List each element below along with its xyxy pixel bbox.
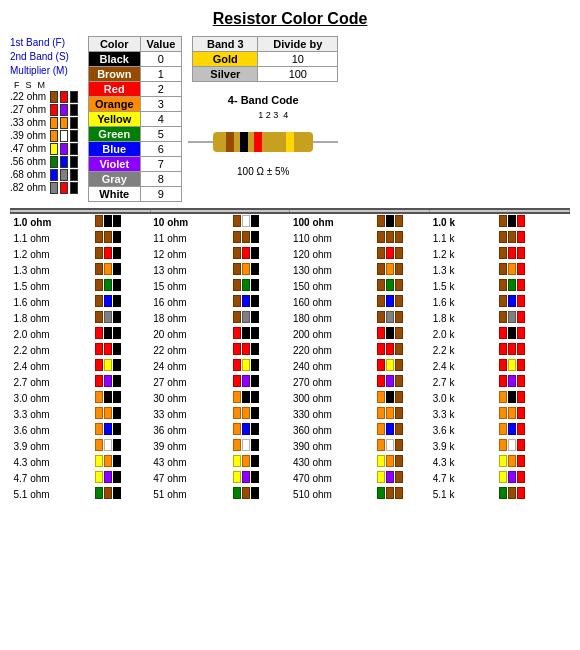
table-row: 2.0 ohm 20 ohm 200 ohm 2.0 k bbox=[11, 326, 570, 342]
color-cell: Red bbox=[89, 82, 141, 97]
bands1 bbox=[93, 486, 150, 502]
bands2 bbox=[231, 486, 290, 502]
val2: 11 ohm bbox=[150, 230, 231, 246]
color-cell: Gray bbox=[89, 172, 141, 187]
bands1 bbox=[93, 438, 150, 454]
value-cell: 0 bbox=[140, 52, 182, 67]
main-table-body: 1.0 ohm 10 ohm 100 ohm 1.0 k 1.1 ohm 11 … bbox=[11, 213, 570, 502]
table-row: 5.1 ohm 51 ohm 510 ohm 5.1 k bbox=[11, 486, 570, 502]
bands3 bbox=[375, 342, 430, 358]
val2: 16 ohm bbox=[150, 294, 231, 310]
val2: 15 ohm bbox=[150, 278, 231, 294]
bands3 bbox=[375, 454, 430, 470]
bands4 bbox=[497, 470, 569, 486]
bands4 bbox=[497, 262, 569, 278]
table-row: 1.6 ohm 16 ohm 160 ohm 1.6 k bbox=[11, 294, 570, 310]
val4: 3.0 k bbox=[430, 390, 498, 406]
val4: 1.8 k bbox=[430, 310, 498, 326]
bands2 bbox=[231, 278, 290, 294]
val2: 47 ohm bbox=[150, 470, 231, 486]
bands2 bbox=[231, 310, 290, 326]
table-row: 2.2 ohm 22 ohm 220 ohm 2.2 k bbox=[11, 342, 570, 358]
color-table-row: Brown 1 bbox=[89, 67, 182, 82]
val3: 360 ohm bbox=[290, 422, 375, 438]
val3: 390 ohm bbox=[290, 438, 375, 454]
val4: 1.6 k bbox=[430, 294, 498, 310]
bands4 bbox=[497, 342, 569, 358]
val3: 110 ohm bbox=[290, 230, 375, 246]
bands2 bbox=[231, 246, 290, 262]
table-row: 1.0 ohm 10 ohm 100 ohm 1.0 k bbox=[11, 213, 570, 230]
val3: 180 ohm bbox=[290, 310, 375, 326]
table-row: 3.6 ohm 36 ohm 360 ohm 3.6 k bbox=[11, 422, 570, 438]
color-table-row: Green 5 bbox=[89, 127, 182, 142]
bands1 bbox=[93, 358, 150, 374]
legend-rows: .22 ohm .27 ohm .33 ohm .39 ohm .47 ohm … bbox=[10, 90, 82, 194]
val2: 24 ohm bbox=[150, 358, 231, 374]
bands3 bbox=[375, 262, 430, 278]
multiplier-label: Multiplier (M) bbox=[10, 64, 82, 78]
bands2 bbox=[231, 390, 290, 406]
bands4 bbox=[497, 358, 569, 374]
val2: 51 ohm bbox=[150, 486, 231, 502]
band-legend: 1st Band (F) 2nd Band (S) Multiplier (M)… bbox=[10, 36, 82, 202]
bands2 bbox=[231, 230, 290, 246]
band3-row: Silver 100 bbox=[193, 67, 338, 82]
table-row: 4.7 ohm 47 ohm 470 ohm 4.7 k bbox=[11, 470, 570, 486]
bands4 bbox=[497, 278, 569, 294]
color-cell: Green bbox=[89, 127, 141, 142]
val3: 300 ohm bbox=[290, 390, 375, 406]
table-row: 1.1 ohm 11 ohm 110 ohm 1.1 k bbox=[11, 230, 570, 246]
main-table: 1.0 ohm 10 ohm 100 ohm 1.0 k 1.1 ohm 11 … bbox=[10, 208, 570, 502]
bands3 bbox=[375, 246, 430, 262]
val1: 2.0 ohm bbox=[11, 326, 94, 342]
table-row: 3.3 ohm 33 ohm 330 ohm 3.3 k bbox=[11, 406, 570, 422]
resistor-svg bbox=[188, 122, 338, 162]
val4: 2.7 k bbox=[430, 374, 498, 390]
val2: 22 ohm bbox=[150, 342, 231, 358]
color-table-row: White 9 bbox=[89, 187, 182, 202]
band3-color-cell: Gold bbox=[193, 52, 258, 67]
value-cell: 9 bbox=[140, 187, 182, 202]
val1: 2.7 ohm bbox=[11, 374, 94, 390]
val4: 3.9 k bbox=[430, 438, 498, 454]
val2: 30 ohm bbox=[150, 390, 231, 406]
band3-value-cell: 10 bbox=[258, 52, 338, 67]
bands2 bbox=[231, 262, 290, 278]
table-row: 2.7 ohm 27 ohm 270 ohm 2.7 k bbox=[11, 374, 570, 390]
bands3 bbox=[375, 470, 430, 486]
band3-color-cell: Silver bbox=[193, 67, 258, 82]
bands3 bbox=[375, 390, 430, 406]
bands4 bbox=[497, 246, 569, 262]
val1: 4.3 ohm bbox=[11, 454, 94, 470]
svg-rect-4 bbox=[240, 132, 248, 152]
bands3 bbox=[375, 278, 430, 294]
bands4 bbox=[497, 326, 569, 342]
band-numbers: 1 2 3 4 bbox=[208, 110, 338, 120]
value-cell: 7 bbox=[140, 157, 182, 172]
bands4 bbox=[497, 406, 569, 422]
val2: 18 ohm bbox=[150, 310, 231, 326]
bands1 bbox=[93, 278, 150, 294]
val1: 1.2 ohm bbox=[11, 246, 94, 262]
color-table-wrapper: Color Value Black 0 Brown 1 Red 2 Orange… bbox=[88, 36, 182, 202]
bands1 bbox=[93, 342, 150, 358]
bands4 bbox=[497, 454, 569, 470]
val2: 10 ohm bbox=[150, 213, 231, 230]
bands3 bbox=[375, 374, 430, 390]
val3: 200 ohm bbox=[290, 326, 375, 342]
band3-table: Band 3 Divide by Gold 10 Silver 100 bbox=[192, 36, 338, 82]
val4: 1.5 k bbox=[430, 278, 498, 294]
val1: 3.6 ohm bbox=[11, 422, 94, 438]
val1: 1.5 ohm bbox=[11, 278, 94, 294]
table-row: 3.0 ohm 30 ohm 300 ohm 3.0 k bbox=[11, 390, 570, 406]
val2: 27 ohm bbox=[150, 374, 231, 390]
value-cell: 5 bbox=[140, 127, 182, 142]
band3-value-cell: 100 bbox=[258, 67, 338, 82]
color-table-body: Black 0 Brown 1 Red 2 Orange 3 Yellow 4 … bbox=[89, 52, 182, 202]
svg-rect-6 bbox=[286, 132, 294, 152]
val1: 2.4 ohm bbox=[11, 358, 94, 374]
color-table-row: Orange 3 bbox=[89, 97, 182, 112]
first-band-label: 1st Band (F) bbox=[10, 36, 82, 50]
val4: 1.3 k bbox=[430, 262, 498, 278]
